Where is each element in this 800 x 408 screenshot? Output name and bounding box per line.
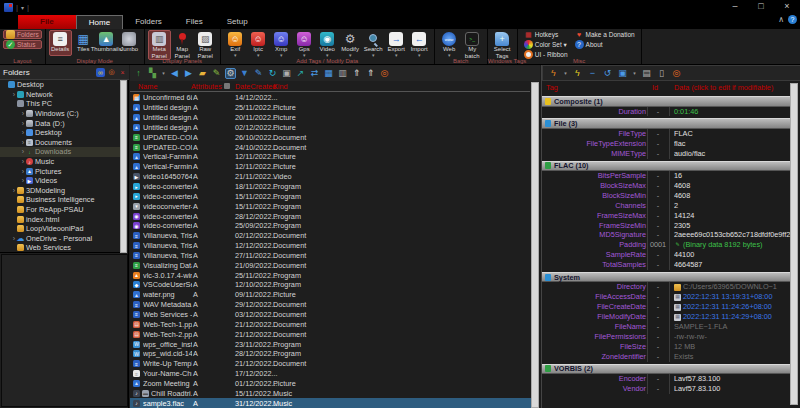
map-panel-button[interactable]: Map Panel <box>171 30 194 60</box>
send-icon[interactable]: ↗ <box>295 68 306 79</box>
tab-file[interactable]: File <box>18 15 76 29</box>
restore-button[interactable]: □ <box>748 0 774 13</box>
tree-item-documents[interactable]: ›≡Documents <box>0 138 120 148</box>
metadata-value[interactable]: flac <box>674 139 790 149</box>
file-row-video-converter[interactable]: ▸video-converter...A15/11/2022...Program <box>130 191 531 201</box>
refresh-icon[interactable]: ↻ <box>267 68 278 79</box>
file-row-vertical-farming[interactable]: ▲Vertical-Farming...A12/11/2022...Pictur… <box>130 162 531 172</box>
metadata-value[interactable]: FLAC <box>674 129 790 139</box>
dropdown-icon[interactable]: ▾ <box>161 68 166 79</box>
grid-view-icon[interactable]: ▦ <box>323 68 334 79</box>
save-icon[interactable]: ▣ <box>617 68 628 79</box>
metadata-section-flac-10[interactable]: FLAC (10) <box>542 161 790 172</box>
raw-panel-button[interactable]: ▨Raw Panel <box>194 30 217 60</box>
metadata-value[interactable]: Lavf57.83.100 <box>674 374 790 384</box>
tab-folders[interactable]: Folders <box>123 15 174 29</box>
file-row-untitled-design[interactable]: ▲Untitled design (...A25/11/2022...Pictu… <box>130 103 531 113</box>
back-icon[interactable]: ◀ <box>169 68 180 79</box>
export-button[interactable]: →Export▾ <box>385 30 408 58</box>
metadata-value[interactable]: 4664587 <box>674 260 790 270</box>
file-row-villanueva-trish[interactable]: ≡Villanueva, Trish...A02/12/2022...Docum… <box>130 231 531 241</box>
about-button[interactable]: ?About <box>572 40 638 49</box>
dropdown-icon[interactable]: ▾ <box>395 53 398 57</box>
metadata-section-vorbis-2[interactable]: VORBIS (2) <box>542 364 790 375</box>
tab-home[interactable]: Home <box>76 15 123 29</box>
settings-gear-icon[interactable]: ⚙ <box>225 68 236 79</box>
file-row-video-converter[interactable]: ◉video-converter-...A28/12/2022...Progra… <box>130 211 531 221</box>
column-header-attributes[interactable]: Attributes <box>191 82 222 91</box>
help-ring-icon[interactable]: ◎ <box>379 68 390 79</box>
tree-item-videos[interactable]: ›▶Videos <box>0 176 120 186</box>
open-folder-icon[interactable]: ▰ <box>197 68 208 79</box>
status-button[interactable]: ✓Status <box>3 40 42 49</box>
file-row-web-tech-2-ppt[interactable]: ▤Web-Tech-2.pptA21/12/2022...Document <box>130 329 531 339</box>
file-row-write-up-templ[interactable]: ≡Write-Up Templ...A21/12/2022...Document <box>130 359 531 369</box>
metadata-section-composite-1[interactable]: Composite (1) <box>542 96 790 107</box>
tree-item-3dmodeling[interactable]: ›3DModeling <box>0 186 120 196</box>
import-button[interactable]: ←Import▾ <box>408 30 431 58</box>
metadata-value[interactable]: 2 <box>674 201 790 211</box>
file-row-wav-metadata-e[interactable]: ≡WAV Metadata E...A29/12/2022...Document <box>130 300 531 310</box>
metadata-section-file-3[interactable]: File (3) <box>542 118 790 129</box>
tree-item-this-pc[interactable]: This PC <box>0 99 120 109</box>
xmp-button[interactable]: ☺Xmp▾ <box>270 30 293 58</box>
tree-item-desktop[interactable]: Desktop <box>0 80 120 90</box>
tab-setup[interactable]: Setup <box>215 15 260 29</box>
file-row-video-converter[interactable]: ◉video-converter-...A25/09/2022...Progra… <box>130 221 531 231</box>
metadata-value[interactable]: 14124 <box>674 211 790 221</box>
file-row-untitled-design-j[interactable]: ▲Untitled design.j...A20/11/2022...Pictu… <box>130 113 531 123</box>
tree-item-music[interactable]: ›♪Music <box>0 157 120 167</box>
file-list-scrollbar[interactable] <box>531 82 539 408</box>
swap-icon[interactable]: ⇄ <box>309 68 320 79</box>
dropdown-icon[interactable]: ▾ <box>280 53 283 57</box>
file-row-video164507643[interactable]: ▶video164507643...A21/11/2022...Video <box>130 172 531 182</box>
pen-icon[interactable]: ✎ <box>253 68 264 79</box>
help-ring-icon[interactable]: ◎ <box>671 68 682 79</box>
search-button[interactable]: Search▾ <box>362 30 385 58</box>
minimize-button[interactable]: – <box>722 0 748 13</box>
metadata-value[interactable]: 12 MB <box>674 342 790 352</box>
file-row-wps-office-inst-e[interactable]: Wwps_office_inst.e...A23/11/2022...Progr… <box>130 339 531 349</box>
metadata-section-system[interactable]: System <box>542 272 790 283</box>
file-row-visualizing-data[interactable]: ≡Visualizing Data ...A21/09/2022...Docum… <box>130 260 531 270</box>
file-row-zoom-meeting[interactable]: ▲Zoom Meeting ...A01/12/2022...Picture <box>130 378 531 388</box>
export-list-icon[interactable]: ⇑ <box>351 68 362 79</box>
metadata-value[interactable]: ▦2022:12:31 11:24:29+08:00 <box>674 312 790 322</box>
remove-icon[interactable]: − <box>587 68 598 79</box>
dropdown-icon[interactable]: ▾ <box>257 53 260 57</box>
metadata-value[interactable]: 2305 <box>674 221 790 231</box>
meta-panel-button[interactable]: ▥Meta Panel <box>148 30 171 60</box>
folders-button[interactable]: Folders <box>3 30 42 39</box>
metadata-value[interactable]: C:/Users/63965/DOWNLO~1 <box>674 282 790 292</box>
help-icon[interactable]: ? <box>788 15 797 24</box>
gps-button[interactable]: ☺Gps▾ <box>293 30 316 58</box>
file-row-web-services-e[interactable]: ≡Web Services - E...A03/12/2022...Docume… <box>130 310 531 320</box>
dropdown-icon[interactable]: ▾ <box>418 53 421 57</box>
tree-item-windows-c[interactable]: ›Windows (C:) <box>0 109 120 119</box>
quick-access-dropdown-icon[interactable]: ▾ <box>21 4 24 11</box>
edit-icon[interactable]: ✎ <box>211 68 222 79</box>
tree-item-business-intelligence[interactable]: Business Intelligence <box>0 195 120 205</box>
file-row-updated-cont[interactable]: ≡UPDATED-CONT...A26/10/2022...Document <box>130 132 531 142</box>
column-header-name[interactable]: Name <box>138 82 157 91</box>
view-options-icon[interactable]: ∞ <box>96 68 105 77</box>
dropdown-icon[interactable]: ▾ <box>349 53 352 57</box>
close-button[interactable]: × <box>774 0 800 13</box>
close-panel-icon[interactable]: × <box>118 68 127 77</box>
thumbnails-button[interactable]: ▲Thumbnails <box>95 30 118 56</box>
exif-button[interactable]: ☺Exif▾ <box>224 30 247 58</box>
folder-tree-icon[interactable]: ▚ <box>147 68 158 79</box>
color-set-button[interactable]: Color Set ▾ <box>521 40 571 49</box>
dropdown-icon[interactable]: ▾ <box>448 53 451 57</box>
metadata-value[interactable]: 2aeee69c0153cb652c718dfdf0e9ff2d <box>674 230 790 240</box>
select-tags-button[interactable]: +Select Tags <box>491 30 514 60</box>
file-row-videoconverter-s[interactable]: ▾videoconverter-s...A15/11/2022...Progra… <box>130 201 531 211</box>
run-exiftool-icon[interactable]: ϟ <box>548 68 559 79</box>
tree-item-pictures[interactable]: ›▲Pictures <box>0 166 120 176</box>
tree-item-data-d[interactable]: ›Data (D:) <box>0 118 120 128</box>
tree-scrollbar[interactable] <box>120 80 127 253</box>
hotkeys-button[interactable]: ▦Hotkeys <box>521 30 571 39</box>
video-button[interactable]: ◉Video▾ <box>316 30 339 58</box>
modify-button[interactable]: ⚙Modify▾ <box>339 30 362 58</box>
metadata-value[interactable]: 0:01:46 <box>674 107 790 117</box>
